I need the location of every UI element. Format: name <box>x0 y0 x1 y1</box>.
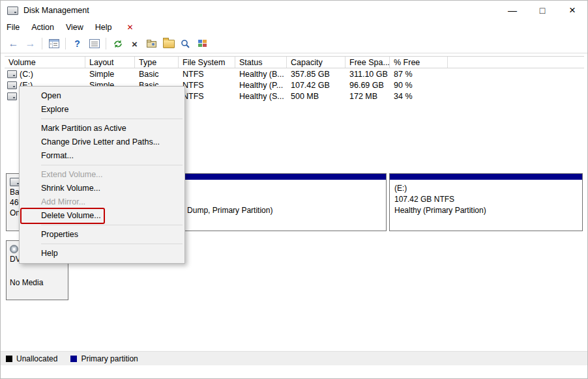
open-folder-icon[interactable] <box>161 37 176 51</box>
cell-file-system: NTFS <box>179 70 235 79</box>
cell-free-space: 96.69 GB <box>345 81 390 90</box>
menu-item-change-drive-letter[interactable]: Change Drive Letter and Paths... <box>20 135 184 149</box>
column-header-type[interactable]: Type <box>135 57 179 68</box>
cdrom-media-status: No Media <box>10 278 68 287</box>
menu-item-extend-volume: Extend Volume... <box>20 168 184 182</box>
menu-file[interactable]: File <box>1 21 25 33</box>
menu-item-format[interactable]: Format... <box>20 149 184 163</box>
title-bar: Disk Management — □ × <box>1 1 587 20</box>
cell-capacity: 107.42 GB <box>287 81 345 90</box>
delete-volume-label: Delete Volume... <box>41 211 101 220</box>
volume-icon <box>7 92 17 100</box>
column-header-percent-free[interactable]: % Free <box>390 57 448 68</box>
menu-view[interactable]: View <box>60 21 89 33</box>
partition-e[interactable]: (E:) 107.42 GB NTFS Healthy (Primary Par… <box>389 173 583 231</box>
forward-icon[interactable]: → <box>23 37 38 51</box>
toolbar-separator <box>65 38 66 49</box>
cd-icon <box>10 245 18 253</box>
cell-free-space: 172 MB <box>345 92 390 101</box>
menu-bar: File Action View Help ✕ <box>1 20 587 35</box>
menu-item-mark-partition-active[interactable]: Mark Partition as Active <box>20 122 184 135</box>
close-button[interactable]: × <box>557 1 587 20</box>
cell-volume: (C:) <box>5 70 85 79</box>
cell-capacity: 357.85 GB <box>287 70 345 79</box>
document-close-icon: ✕ <box>127 23 134 32</box>
column-header-volume[interactable]: Volume <box>5 57 85 68</box>
column-header-status[interactable]: Status <box>235 57 287 68</box>
primary-partition-strip <box>390 174 582 180</box>
cell-capacity: 500 MB <box>287 92 345 101</box>
disk-management-window: Disk Management — □ × File Action View H… <box>0 0 588 379</box>
menu-item-shrink-volume[interactable]: Shrink Volume... <box>20 182 184 195</box>
cell-percent-free: 34 % <box>390 92 448 101</box>
views-icon[interactable] <box>195 37 210 51</box>
cell-layout: Simple <box>85 70 135 79</box>
maximize-button[interactable]: □ <box>527 1 557 20</box>
cell-percent-free: 90 % <box>390 81 448 90</box>
column-header-free-space[interactable]: Free Spa... <box>345 57 390 68</box>
volume-label: (C:) <box>20 70 33 79</box>
menu-item-add-mirror: Add Mirror... <box>20 195 184 209</box>
properties-icon[interactable] <box>144 37 159 51</box>
menu-separator <box>41 244 183 244</box>
menu-help[interactable]: Help <box>89 21 118 33</box>
delete-volume-icon[interactable]: × <box>127 37 142 51</box>
minimize-button[interactable]: — <box>497 1 527 20</box>
cell-status: Healthy (B... <box>235 70 287 79</box>
menu-item-open[interactable]: Open <box>20 89 184 103</box>
menu-item-delete-volume[interactable]: Delete Volume... <box>20 209 184 223</box>
menu-action[interactable]: Action <box>25 21 60 33</box>
toolbar-separator <box>106 38 106 49</box>
app-icon <box>7 7 18 15</box>
legend-unallocated-label: Unallocated <box>16 354 57 363</box>
cell-percent-free: 87 % <box>390 70 448 79</box>
column-header-layout[interactable]: Layout <box>85 57 135 68</box>
partition-name: (E:) <box>394 184 582 193</box>
help-icon[interactable]: ? <box>70 37 85 51</box>
volume-context-menu: Open Explore Mark Partition as Active Ch… <box>19 86 185 264</box>
partition-status: Healthy (Primary Partition) <box>394 206 582 215</box>
column-header-file-system[interactable]: File System <box>179 57 235 68</box>
refresh-icon[interactable] <box>110 37 125 51</box>
menu-item-properties[interactable]: Properties <box>20 228 184 242</box>
legend-bar: Unallocated Primary partition <box>1 351 587 365</box>
legend-primary-label: Primary partition <box>81 354 138 363</box>
volume-row-c[interactable]: (C:) Simple Basic NTFS Healthy (B... 357… <box>5 68 584 79</box>
volume-icon <box>7 81 17 89</box>
cell-status: Healthy (S... <box>235 92 287 101</box>
console-tree-icon[interactable] <box>46 37 61 51</box>
column-header-filler <box>448 57 584 68</box>
menu-item-help[interactable]: Help <box>20 247 184 260</box>
window-controls: — □ × <box>497 1 587 20</box>
cell-status: Healthy (P... <box>235 81 287 90</box>
toolbar: ← → ? × <box>1 35 587 53</box>
column-header-capacity[interactable]: Capacity <box>287 57 345 68</box>
list-pane-icon[interactable] <box>87 37 102 51</box>
cell-file-system: NTFS <box>179 81 235 90</box>
find-icon[interactable] <box>178 37 193 51</box>
primary-partition-swatch <box>70 356 77 362</box>
volume-icon <box>7 70 17 78</box>
menu-item-explore[interactable]: Explore <box>20 103 184 117</box>
cell-file-system: NTFS <box>179 92 235 101</box>
partition-size: 107.42 GB NTFS <box>394 195 582 204</box>
menu-separator <box>41 165 183 165</box>
toolbar-separator <box>42 38 42 49</box>
menu-separator <box>41 225 183 225</box>
menu-separator <box>41 119 183 119</box>
window-title: Disk Management <box>23 6 89 15</box>
cell-free-space: 311.10 GB <box>345 70 390 79</box>
unallocated-swatch <box>6 356 12 362</box>
list-header: Volume Layout Type File System Status Ca… <box>5 56 584 68</box>
back-icon[interactable]: ← <box>6 37 21 51</box>
cell-type: Basic <box>135 70 179 79</box>
